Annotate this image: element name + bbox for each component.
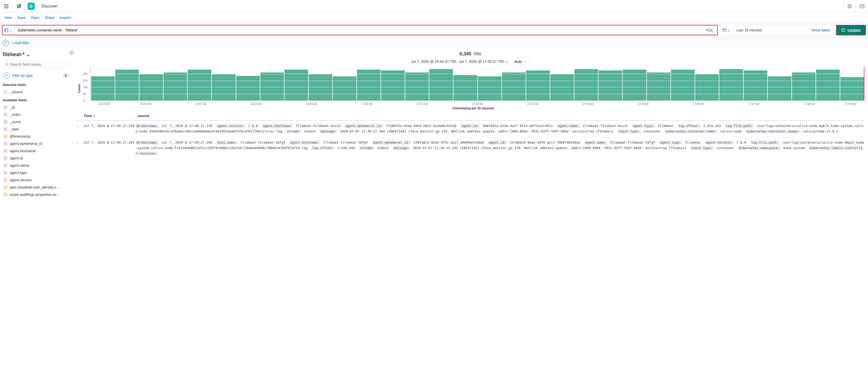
field-item[interactable]: aws.cloudtrail.user_identity.s... (3, 184, 70, 191)
histogram-bar[interactable] (454, 75, 477, 100)
field-label: agent.ephemeral_id (10, 142, 42, 146)
svg-point-3 (19, 7, 21, 8)
nav-new[interactable]: New (2, 16, 14, 20)
nav-inspect[interactable]: Inspect (57, 16, 74, 20)
date-quick-select[interactable]: ⌄ (720, 25, 733, 35)
field-item[interactable]: #_score (3, 118, 70, 125)
histogram-bar[interactable] (623, 70, 646, 100)
field-item[interactable]: @timestamp (3, 133, 70, 140)
histogram-bar[interactable] (816, 70, 840, 100)
kql-toggle[interactable]: KQL (703, 26, 717, 35)
elastic-logo[interactable] (12, 0, 25, 12)
histogram-bar[interactable] (163, 72, 187, 100)
date-range-label[interactable]: Last 15 minutes (733, 25, 808, 35)
svg-point-2 (17, 6, 19, 8)
row-source: @timestamp: Jul 7, 2020 @ 17:09:27.370 a… (135, 123, 864, 134)
field-label: azure.auditlogs.properties.ac... (10, 192, 59, 197)
field-item[interactable]: t_id (3, 103, 70, 111)
sidebar: ‹ filebeat-* ⌄ Filter by type 0 Selected… (0, 48, 73, 201)
add-filter-button[interactable]: + Add filter (12, 41, 29, 45)
histogram-bar[interactable] (284, 70, 308, 100)
histogram-bar[interactable] (309, 74, 332, 100)
svg-point-9 (5, 63, 8, 65)
histogram-bar[interactable] (381, 70, 405, 100)
field-type-token (3, 134, 8, 139)
field-item[interactable]: azure.auditlogs.properties.ac... (3, 191, 70, 198)
histogram-bar[interactable] (598, 70, 622, 100)
histogram-bar[interactable] (792, 72, 815, 100)
histogram-bar[interactable] (212, 74, 236, 100)
expand-row-button[interactable]: › (76, 123, 84, 134)
svg-rect-6 (860, 5, 864, 8)
field-label: agent.type (10, 171, 27, 175)
time-range-text: Jul 7, 2020 @ 16:54:37.750 - Jul 7, 2020… (411, 59, 508, 64)
histogram-bar[interactable] (357, 70, 380, 100)
source-column-header[interactable]: _source (135, 114, 864, 118)
field-item[interactable]: tagent.id (3, 154, 70, 162)
histogram-bar[interactable] (671, 70, 694, 100)
field-search[interactable] (3, 61, 70, 68)
time-column-header[interactable]: Time▼ (84, 114, 135, 118)
mail-icon[interactable] (856, 0, 868, 12)
doc-table-header: Time▼ _source (76, 112, 864, 121)
field-item[interactable]: tagent.ephemeral_id (3, 140, 70, 147)
field-label: @timestamp (10, 134, 30, 139)
field-item[interactable]: ⋯_source (3, 88, 70, 96)
nav-open[interactable]: Open (28, 16, 42, 20)
field-search-input[interactable] (10, 62, 67, 66)
show-dates-button[interactable]: Show dates (808, 25, 834, 35)
histogram-bar[interactable] (333, 77, 356, 100)
nav-share[interactable]: Share (42, 16, 57, 20)
histogram-bar[interactable] (502, 72, 526, 100)
field-item[interactable]: tagent.name (3, 162, 70, 169)
nav-save[interactable]: Save (14, 16, 28, 20)
svg-rect-10 (4, 136, 6, 138)
histogram-bar[interactable] (647, 72, 671, 100)
histogram-chart[interactable]: Count 050100150200 16:55:0016:56:0016:57… (76, 67, 864, 110)
svg-rect-11 (4, 186, 6, 188)
row-time: Jul 7, 2020 @ 17:09:27.245 (84, 140, 135, 156)
histogram-bar[interactable] (550, 74, 574, 100)
field-item[interactable]: tagent.hostname (3, 147, 70, 154)
svg-point-5 (848, 5, 850, 7)
histogram-bar[interactable] (744, 70, 767, 100)
histogram-bar[interactable] (768, 77, 792, 100)
hit-count: 6,340 hits (76, 51, 864, 57)
expand-row-button[interactable]: › (76, 140, 84, 156)
table-row: ›Jul 7, 2020 @ 17:09:27.370@timestamp: J… (76, 121, 864, 137)
hamburger-menu[interactable] (0, 0, 12, 12)
histogram-bar[interactable] (478, 77, 501, 100)
field-item[interactable]: t_index (3, 111, 70, 118)
update-button[interactable]: Update (836, 25, 866, 35)
saved-query-button[interactable]: ⌄ (3, 26, 15, 35)
filter-by-type[interactable]: Filter by type 0 (3, 71, 70, 80)
top-nav: New Save Open Share Inspect (0, 12, 868, 23)
interval-select[interactable]: Auto (511, 58, 529, 65)
svg-rect-12 (4, 194, 6, 196)
selected-fields-heading: Selected fields (3, 83, 70, 87)
field-type-token: t (3, 178, 8, 182)
histogram-bar[interactable] (115, 70, 139, 100)
field-item[interactable]: tagent.version (3, 176, 70, 184)
chart-end-marker (864, 67, 864, 100)
histogram-bar[interactable] (260, 72, 284, 100)
histogram-bar[interactable] (91, 77, 115, 100)
field-item[interactable]: tagent.type (3, 169, 70, 176)
field-label: agent.id (10, 156, 23, 160)
filter-options-icon[interactable] (3, 40, 9, 46)
histogram-bar[interactable] (695, 74, 719, 100)
field-label: aws.cloudtrail.user_identity.s... (10, 185, 59, 189)
field-item[interactable]: t_type (3, 125, 70, 133)
newsfeed-icon[interactable] (843, 0, 856, 12)
field-type-token: ⋯ (3, 90, 8, 94)
query-bar: ⌄ KQL (2, 25, 718, 35)
histogram-bar[interactable] (405, 72, 429, 100)
query-input[interactable] (15, 26, 703, 35)
app-badge[interactable]: D (25, 0, 37, 12)
histogram-bar[interactable] (188, 70, 211, 100)
collapse-sidebar-button[interactable]: ‹ (69, 50, 74, 55)
histogram-bar[interactable] (140, 74, 163, 100)
histogram-bar[interactable] (526, 70, 550, 100)
histogram-bar[interactable] (236, 76, 260, 100)
index-pattern-selector[interactable]: filebeat-* ⌄ (3, 51, 70, 57)
